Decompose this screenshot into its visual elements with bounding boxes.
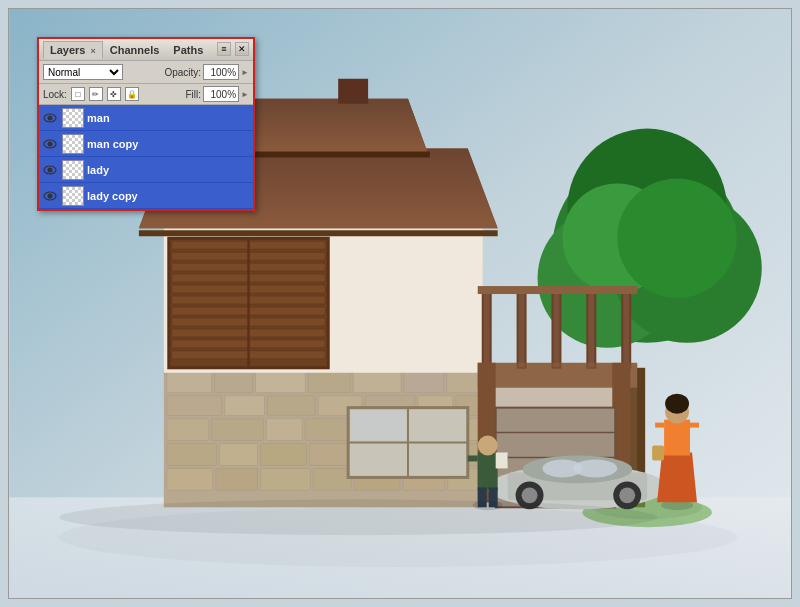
- svg-rect-23: [267, 396, 315, 416]
- opacity-arrow-icon[interactable]: ►: [241, 68, 249, 77]
- svg-rect-30: [266, 419, 302, 441]
- svg-rect-102: [478, 452, 498, 490]
- svg-point-125: [48, 193, 53, 198]
- svg-rect-31: [305, 419, 351, 441]
- svg-rect-16: [255, 371, 305, 393]
- opacity-control: Opacity: 100% ►: [164, 64, 249, 80]
- layer-name-man-copy: man copy: [87, 138, 251, 150]
- layer-thumbnail-man: [62, 108, 84, 128]
- tab-close-icon[interactable]: ×: [91, 46, 96, 56]
- eye-visibility-man-copy[interactable]: [41, 135, 59, 153]
- blend-opacity-row: Normal Dissolve Multiply Screen Opacity:…: [39, 61, 253, 84]
- layer-lady[interactable]: lady: [39, 157, 253, 183]
- svg-rect-114: [655, 423, 664, 428]
- layers-list: man man copy: [39, 105, 253, 209]
- layer-name-lady-copy: lady copy: [87, 190, 251, 202]
- svg-rect-86: [338, 79, 368, 104]
- svg-point-113: [665, 394, 689, 414]
- eye-visibility-man[interactable]: [41, 109, 59, 127]
- svg-point-100: [619, 487, 635, 503]
- svg-rect-108: [496, 452, 508, 468]
- svg-point-98: [522, 487, 538, 503]
- svg-rect-15: [215, 371, 253, 393]
- layer-lady-copy[interactable]: lady copy: [39, 183, 253, 209]
- main-canvas: Layers × Channels Paths ≡ ✕ Normal Disso…: [8, 8, 792, 599]
- svg-marker-82: [139, 230, 498, 236]
- lock-all-icon[interactable]: 🔒: [125, 87, 139, 101]
- svg-point-119: [48, 115, 53, 120]
- panel-close-button[interactable]: ✕: [235, 42, 249, 56]
- fill-control: Fill: 100% ►: [186, 86, 249, 102]
- layer-thumbnail-lady-copy: [62, 186, 84, 206]
- svg-point-105: [478, 436, 498, 456]
- svg-point-123: [48, 167, 53, 172]
- svg-rect-19: [404, 371, 444, 393]
- fill-arrow-icon[interactable]: ►: [241, 90, 249, 99]
- layer-man[interactable]: man: [39, 105, 253, 131]
- layer-name-man: man: [87, 112, 251, 124]
- svg-rect-21: [167, 396, 222, 416]
- svg-rect-18: [353, 371, 401, 393]
- lock-move-icon[interactable]: ✜: [107, 87, 121, 101]
- svg-rect-17: [308, 371, 350, 393]
- svg-rect-76: [478, 286, 637, 294]
- svg-rect-44: [260, 468, 310, 490]
- svg-rect-35: [167, 444, 217, 466]
- svg-rect-75: [622, 288, 630, 368]
- svg-rect-38: [309, 444, 353, 466]
- svg-rect-28: [167, 419, 209, 441]
- svg-rect-22: [225, 396, 265, 416]
- layers-panel: Layers × Channels Paths ≡ ✕ Normal Disso…: [37, 37, 255, 211]
- svg-rect-71: [483, 288, 491, 368]
- layer-thumbnail-lady: [62, 160, 84, 180]
- eye-visibility-lady[interactable]: [41, 161, 59, 179]
- svg-rect-115: [690, 423, 699, 428]
- tab-paths[interactable]: Paths: [166, 41, 210, 59]
- svg-rect-29: [212, 419, 264, 441]
- tab-channels[interactable]: Channels: [103, 41, 167, 59]
- svg-point-117: [59, 499, 657, 535]
- svg-rect-36: [220, 444, 258, 466]
- fill-value[interactable]: 100%: [203, 86, 239, 102]
- svg-rect-116: [652, 446, 664, 461]
- svg-rect-45: [313, 468, 351, 490]
- panel-titlebar: Layers × Channels Paths ≡ ✕: [39, 39, 253, 61]
- svg-rect-72: [518, 288, 526, 368]
- lock-paint-icon[interactable]: ✏: [89, 87, 103, 101]
- lock-fill-row: Lock: □ ✏ ✜ 🔒 Fill: 100% ►: [39, 84, 253, 105]
- blend-mode-select[interactable]: Normal Dissolve Multiply Screen: [43, 64, 123, 80]
- eye-visibility-lady-copy[interactable]: [41, 187, 59, 205]
- svg-rect-69: [351, 411, 406, 441]
- layer-thumbnail-man-copy: [62, 134, 84, 154]
- svg-point-96: [573, 459, 617, 477]
- svg-rect-37: [260, 444, 306, 466]
- opacity-value[interactable]: 100%: [203, 64, 239, 80]
- svg-rect-20: [447, 371, 480, 393]
- tab-layers[interactable]: Layers ×: [43, 41, 103, 59]
- layer-name-lady: lady: [87, 164, 251, 176]
- svg-rect-73: [552, 288, 560, 368]
- svg-rect-106: [468, 455, 478, 461]
- layer-man-copy[interactable]: man copy: [39, 131, 253, 157]
- svg-rect-111: [664, 420, 690, 456]
- svg-rect-42: [167, 468, 213, 490]
- svg-rect-14: [167, 371, 212, 393]
- lock-transparency-icon[interactable]: □: [71, 87, 85, 101]
- panel-menu-icon[interactable]: ≡: [217, 42, 231, 56]
- svg-point-9: [617, 178, 737, 298]
- svg-rect-43: [216, 468, 258, 490]
- svg-point-121: [48, 141, 53, 146]
- svg-rect-74: [587, 288, 595, 368]
